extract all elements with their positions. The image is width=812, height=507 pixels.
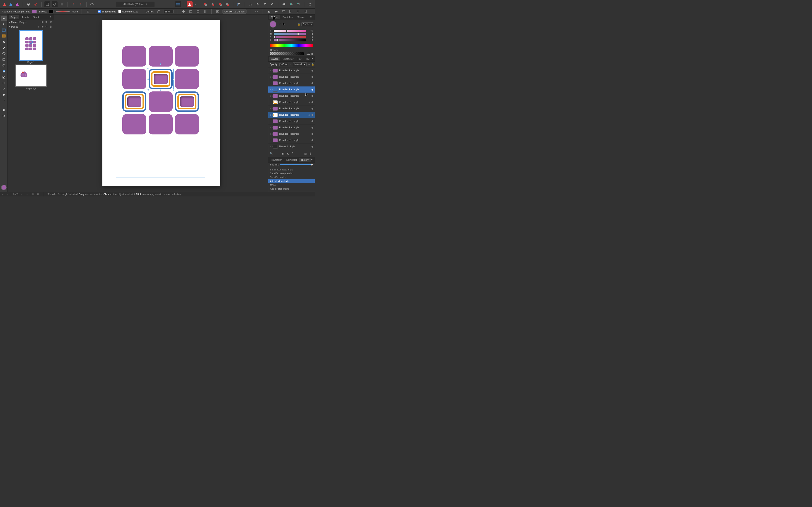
move-tool[interactable]	[1, 16, 7, 21]
rounded-rect[interactable]	[149, 114, 173, 134]
rounded-rect[interactable]	[122, 69, 146, 89]
align-vcenter-icon[interactable]	[274, 9, 279, 14]
rounded-rect-selected[interactable]	[149, 69, 173, 89]
drag-handle-icon[interactable]: ⋮⋮	[270, 146, 271, 148]
flip-v-icon[interactable]	[255, 1, 261, 7]
drag-handle-icon[interactable]: ⋮⋮	[270, 108, 271, 110]
pin-icon-2[interactable]: 📍	[78, 1, 84, 7]
k-slider[interactable]: K 10	[270, 39, 313, 42]
arrange-backward-icon[interactable]	[210, 1, 216, 7]
duplicate-master-icon[interactable]: ⧉	[46, 20, 49, 24]
visibility-toggle[interactable]	[311, 114, 313, 116]
designer-icon[interactable]	[8, 2, 14, 7]
layer-row[interactable]: ⋮⋮Rounded Rectangle	[268, 80, 315, 87]
align-bottom-icon[interactable]	[266, 9, 271, 14]
subtract-op-icon[interactable]	[288, 1, 294, 7]
chevron-down-icon[interactable]: ⌄	[194, 1, 197, 7]
arrange-back-icon[interactable]	[203, 1, 209, 7]
history-position-slider[interactable]	[280, 164, 313, 165]
ellipse-tool[interactable]	[1, 63, 7, 68]
tab-layers[interactable]: Layers	[269, 57, 280, 61]
node-tool[interactable]	[1, 22, 7, 27]
snap-2-icon[interactable]	[188, 9, 193, 14]
tab-pages[interactable]: Pages	[9, 15, 19, 19]
transform-origin-icon[interactable]	[215, 9, 220, 14]
snap-1-icon[interactable]	[181, 9, 186, 14]
delete-master-icon[interactable]: 🗑	[50, 20, 53, 24]
tab-text-styles[interactable]: TSt	[304, 57, 311, 61]
c-slider[interactable]: C 40	[270, 30, 313, 32]
colour-mode-dropdown[interactable]: CMYK	[301, 22, 313, 26]
tab-character[interactable]: Character	[281, 57, 295, 61]
fill-colour-swatch[interactable]	[270, 21, 276, 27]
spread-setup-icon[interactable]: ⊡	[37, 25, 41, 28]
pages-header[interactable]: ▾ Pages ⊡ ⊞ ⧉ 🗑	[8, 24, 54, 29]
hints-toggle-icon-2[interactable]: ▦	[37, 193, 40, 196]
history-item[interactable]: Add all filter effects	[268, 187, 315, 191]
place-image-tool[interactable]	[1, 75, 7, 80]
rounded-rect[interactable]	[149, 46, 173, 66]
history-item[interactable]: Move	[268, 183, 315, 187]
align-left-icon[interactable]	[236, 1, 242, 7]
visibility-toggle[interactable]	[311, 101, 313, 103]
layer-row[interactable]: ⋮⋮Master A - Right	[268, 144, 315, 150]
blend-mode-select[interactable]: Normal	[293, 62, 307, 66]
drag-handle-icon[interactable]: ⋮⋮	[270, 69, 271, 71]
tab-transform[interactable]: Transform	[269, 158, 284, 162]
panel-menu-icon[interactable]: ≡	[312, 57, 314, 61]
visibility-toggle[interactable]	[311, 76, 313, 78]
layer-row[interactable]: ⋮⋮Rounded Rectangle	[268, 67, 315, 74]
visibility-toggle[interactable]	[311, 95, 313, 97]
layer-row[interactable]: ⋮⋮Rounded Rectangle	[268, 124, 315, 131]
text-frame-tool[interactable]: T	[1, 27, 7, 33]
stroke-colour-swatch[interactable]	[272, 17, 275, 20]
opacity-slider[interactable]	[270, 52, 304, 55]
chevron-down-icon[interactable]: ⌄	[290, 63, 291, 65]
tab-stroke[interactable]: Stroke	[295, 15, 306, 19]
rotate-ccw-icon[interactable]	[262, 1, 268, 7]
hints-toggle-icon[interactable]: ▤	[32, 193, 35, 196]
layer-row[interactable]: ⋮⋮Rounded Rectangle	[268, 118, 315, 124]
arrange-forward-icon[interactable]	[217, 1, 223, 7]
tab-history[interactable]: History	[299, 158, 311, 162]
rounded-rect-styled[interactable]	[175, 92, 199, 112]
zoom-tool[interactable]	[1, 114, 7, 119]
table-tool[interactable]	[1, 34, 7, 39]
add-page-icon[interactable]: ⊞	[42, 25, 45, 28]
rounded-rect[interactable]	[149, 92, 173, 112]
tab-stock[interactable]: Stock	[31, 15, 41, 19]
absolute-sizes-checkbox[interactable]: Absolute sizes	[118, 10, 138, 13]
layer-row[interactable]: ⋮⋮Rounded Rectanglefx	[268, 99, 315, 106]
shape-tool[interactable]	[1, 51, 7, 56]
account-icon[interactable]	[307, 1, 313, 7]
layer-row[interactable]: ⋮⋮Rounded Rectangle	[268, 87, 315, 93]
first-page-icon[interactable]: ⇤	[2, 193, 5, 196]
delete-page-icon[interactable]: 🗑	[50, 25, 53, 28]
rounded-rect[interactable]	[175, 114, 199, 134]
visibility-toggle[interactable]	[311, 82, 313, 84]
add-op-icon[interactable]	[281, 1, 287, 7]
edit-all-layers-icon[interactable]: 🔍	[270, 152, 274, 156]
pages-2-3-thumb[interactable]: Pages 2,3	[16, 65, 46, 90]
rounded-rect-styled[interactable]	[122, 92, 146, 112]
delete-layer-icon[interactable]: 🗑	[309, 152, 313, 156]
fx-icon[interactable]: fx	[292, 152, 296, 156]
layer-row[interactable]: ⋮⋮Rounded Rectangle	[268, 137, 315, 144]
lock-icon[interactable]: 🔒	[297, 23, 300, 26]
canvas[interactable]	[54, 14, 268, 192]
lock-icon[interactable]: 🔒	[311, 63, 314, 66]
rotate-cw-icon[interactable]	[269, 1, 275, 7]
drag-handle-icon[interactable]: ⋮⋮	[270, 95, 271, 97]
visibility-toggle[interactable]	[311, 133, 313, 135]
history-item[interactable]: Set effect offset / angle	[268, 168, 315, 172]
history-item[interactable]: Set effect radius	[268, 175, 315, 179]
active-colour-swatch[interactable]	[1, 185, 7, 190]
visibility-toggle[interactable]	[311, 70, 313, 71]
preview-icon[interactable]	[89, 1, 95, 7]
view-mode-1-icon[interactable]	[44, 1, 50, 7]
visibility-toggle[interactable]	[311, 127, 313, 128]
align-hcenter-icon[interactable]	[295, 9, 300, 14]
stroke-width-preview[interactable]	[56, 11, 69, 12]
add-layer-icon[interactable]: ▥	[304, 152, 308, 156]
photo-icon[interactable]	[14, 2, 20, 7]
